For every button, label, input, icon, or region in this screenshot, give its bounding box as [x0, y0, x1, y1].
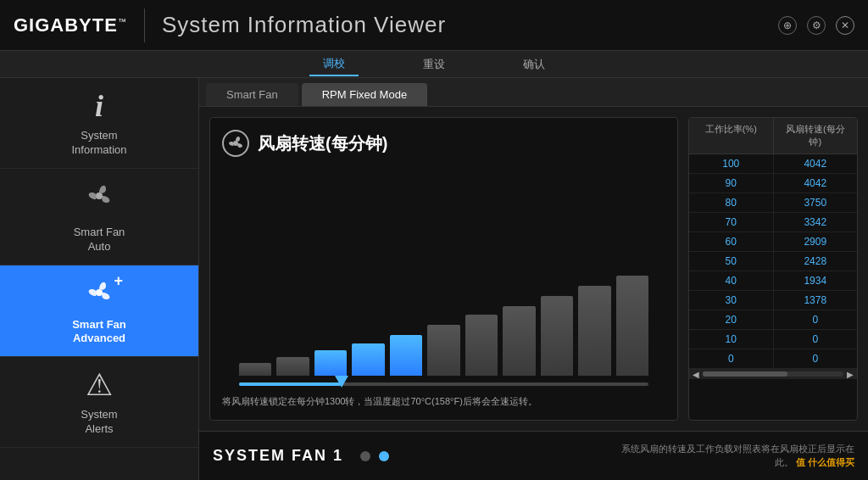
chart-container: 风扇转速(每分钟) — [209, 117, 678, 421]
fan-label: SYSTEM FAN 1 — [213, 447, 343, 465]
bar-chart — [222, 169, 665, 376]
fan-title-icon — [222, 130, 249, 157]
gear-icon[interactable]: ⚙ — [807, 16, 826, 35]
toolbar: 调校 重设 确认 — [0, 51, 868, 78]
bar-8 — [503, 306, 535, 376]
table-header-work: 工作比率(%) — [689, 118, 774, 153]
tabs: Smart Fan RPM Fixed Mode — [199, 78, 868, 107]
sidebar-item-smart-fan-advanced[interactable]: + Smart FanAdvanced — [0, 265, 198, 358]
table-row: 60 2909 — [689, 232, 857, 252]
scrollbar-track — [703, 371, 843, 377]
header-divider — [144, 8, 145, 42]
table-row: 40 1934 — [689, 271, 857, 291]
chart-area: 风扇转速(每分钟) — [199, 107, 868, 431]
table-scrollbar[interactable]: ◀ ▶ — [689, 369, 857, 379]
bar-11 — [616, 276, 648, 376]
sidebar-item-label: Smart FanAdvanced — [72, 318, 126, 347]
bottom-bar: SYSTEM FAN 1 系统风扇的转速及工作负载对照表将在风扇校正后显示在此。… — [199, 431, 868, 480]
bar-1 — [239, 363, 271, 376]
header-icons: ⊕ ⚙ ✕ — [778, 16, 854, 35]
table-row: 10 0 — [689, 330, 857, 349]
info-icon: i — [95, 88, 103, 124]
chart-title-text: 风扇转速(每分钟) — [258, 132, 387, 155]
table-panel: 工作比率(%) 风扇转速(每分钟) 100 4042 90 4042 80 37… — [688, 117, 858, 421]
bar-3 — [314, 350, 347, 376]
sidebar: i SystemInformation Smart FanAuto — [0, 78, 199, 480]
table-header-rpm: 风扇转速(每分钟) — [774, 118, 858, 153]
main-layout: i SystemInformation Smart FanAuto — [0, 78, 868, 480]
chart-title: 风扇转速(每分钟) — [222, 130, 665, 157]
table-row: 20 0 — [689, 310, 857, 330]
bottom-highlight: 值 什么值得买 — [796, 457, 854, 467]
slider-thumb[interactable] — [335, 376, 348, 388]
sidebar-item-label: SystemInformation — [71, 129, 126, 158]
logo: GIGABYTE™ — [14, 14, 127, 36]
sidebar-item-system-info[interactable]: i SystemInformation — [0, 78, 198, 169]
table-row: 90 4042 — [689, 174, 857, 193]
svg-point-2 — [233, 141, 238, 146]
bar-9 — [541, 296, 573, 376]
toolbar-confirm[interactable]: 确认 — [509, 53, 559, 75]
table-row: 30 1378 — [689, 291, 857, 310]
chart-description: 将风扇转速锁定在每分钟1300转，当温度超过70°C(158°F)后将会全速运转… — [222, 394, 665, 409]
header: GIGABYTE™ System Information Viewer ⊕ ⚙ … — [0, 0, 868, 51]
table-row: 50 2428 — [689, 252, 857, 271]
slider-row — [222, 382, 665, 386]
bar-10 — [578, 286, 610, 376]
tab-rpm-fixed-mode[interactable]: RPM Fixed Mode — [302, 83, 427, 106]
bar-4 — [352, 343, 384, 376]
slider-track — [239, 382, 648, 386]
table-row: 100 4042 — [689, 154, 857, 174]
scrollbar-thumb[interactable] — [703, 371, 787, 377]
slider-fill — [239, 382, 342, 386]
bar-2 — [276, 357, 309, 376]
table-row: 70 3342 — [689, 213, 857, 232]
table-header: 工作比率(%) 风扇转速(每分钟) — [689, 118, 857, 154]
bar-6 — [427, 325, 459, 376]
close-icon[interactable]: ✕ — [836, 16, 854, 35]
sidebar-item-system-alerts[interactable]: ⚠ SystemAlerts — [0, 357, 198, 448]
svg-point-0 — [96, 193, 103, 199]
globe-icon[interactable]: ⊕ — [778, 16, 797, 35]
bottom-note: 系统风扇的转速及工作负载对照表将在风扇校正后显示在此。 值 什么值得买 — [617, 443, 854, 469]
svg-point-1 — [96, 289, 103, 296]
toolbar-tune[interactable]: 调校 — [309, 53, 359, 76]
sidebar-item-label: Smart FanAuto — [74, 226, 125, 254]
app-title: System Information Viewer — [162, 12, 778, 38]
sidebar-item-smart-fan-auto[interactable]: Smart FanAuto — [0, 169, 198, 265]
table-row: 80 3750 — [689, 193, 857, 213]
fan-dots — [360, 451, 389, 461]
sidebar-item-label: SystemAlerts — [81, 408, 117, 437]
table-row: 0 0 — [689, 349, 857, 369]
bar-7 — [465, 315, 498, 376]
alert-icon: ⚠ — [86, 367, 113, 403]
bar-5 — [390, 335, 422, 376]
fan-auto-icon — [82, 179, 116, 220]
content-area: Smart Fan RPM Fixed Mode 风扇转速(每分钟) — [199, 78, 868, 480]
fan-dot-1[interactable] — [360, 451, 370, 461]
tab-smart-fan[interactable]: Smart Fan — [206, 83, 298, 106]
toolbar-reset[interactable]: 重设 — [409, 53, 459, 75]
fan-dot-2[interactable] — [379, 451, 389, 461]
